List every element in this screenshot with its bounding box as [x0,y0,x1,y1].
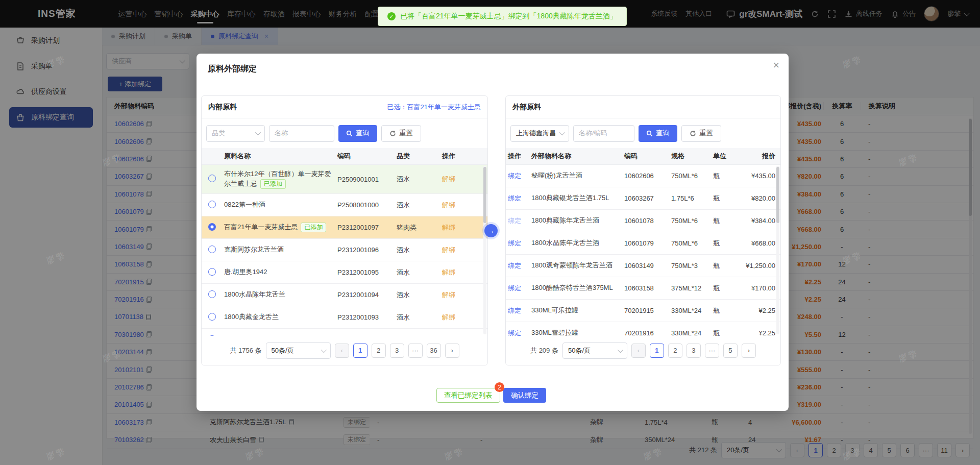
close-icon[interactable]: × [773,60,779,71]
page-button[interactable]: 1 [650,344,664,358]
watermark: 廖擎 [841,249,864,266]
prev-page-button[interactable]: ‹ [631,344,646,358]
page-size-value: 50条/页 [272,346,294,355]
spec-cell: 750ML*3 [669,262,711,270]
chevron-down-icon [255,130,261,135]
page-button[interactable]: 5 [723,344,738,358]
scrollbar[interactable] [776,166,779,334]
prev-page-button[interactable]: ‹ [335,344,349,358]
name-cell: 0822第一种酒 [222,200,335,210]
material-name-cell: 330ML可乐拉罐 [529,306,622,315]
search-button[interactable]: 查询 [338,125,377,142]
radio-button[interactable] [208,175,216,182]
bind-link[interactable]: 绑定 [508,239,521,247]
scrollbar[interactable] [483,166,486,334]
unbind-link[interactable]: 解绑 [442,246,455,254]
reset-button[interactable]: 重置 [381,125,421,142]
spec-cell: 750ML*6 [669,217,711,225]
internal-material-row: 克斯阿苏尔龙舌兰酒P2312001096酒水解绑 [202,239,487,261]
code-cell: P2312001095 [335,268,395,276]
chevron-down-icon [559,130,565,135]
reset-icon [690,130,696,137]
category-select[interactable]: 品类 [206,125,265,142]
material-name-cell: 1800酷酷奈特舌兰酒375ML [529,283,622,293]
column-header: 外部物料名称 [529,152,622,161]
page-button[interactable]: 36 [427,344,441,358]
unbind-link[interactable]: 解绑 [442,224,455,231]
unbind-link[interactable]: 解绑 [442,268,455,276]
watermark: 廖擎 [897,151,920,168]
unbind-link[interactable]: 解绑 [442,201,455,209]
material-name: 百富21年单一麦芽威士忌 [224,223,298,231]
spec-cell: 1.75L*6 [669,194,711,202]
watermark: 廖擎 [443,445,465,462]
page-size-select[interactable]: 50条/页 [562,342,627,359]
radio-button[interactable] [208,313,216,321]
unbind-link[interactable]: 解绑 [442,313,455,321]
page-button[interactable]: 2 [668,344,682,358]
price-cell: ¥1,250.00 [736,262,777,270]
unit-cell: 瓶 [711,261,736,271]
material-name-cell: 1800典藏陈年龙舌兰酒 [529,216,622,226]
category-cell: 猪肉类 [395,223,440,232]
search-button[interactable]: 查询 [639,125,677,142]
material-name: 0822第一种酒 [224,201,265,208]
unit-cell: 瓶 [711,284,736,293]
unbind-link[interactable]: 解绑 [442,291,455,299]
watermark: 廖擎 [44,445,67,462]
material-name: 1800水晶陈年龙舌兰 [224,290,285,298]
code-cell: P2509001001 [335,176,395,183]
bind-link[interactable]: 绑定 [508,284,521,292]
internal-material-row: 0822第一种酒P2508001000酒水解绑 [202,194,487,216]
table-header: 原料名称编码品类操作 [202,148,487,165]
bind-link[interactable]: 绑定 [508,172,521,180]
pagination: 共 209 条50条/页‹123···5› [506,336,780,365]
total-count: 共 209 条 [530,346,558,355]
name-input[interactable]: 名称 [269,125,334,142]
internal-material-row: 唐.胡里奥1942P2312001095酒水解绑 [202,261,487,284]
pagination: 共 1756 条50条/页‹123···36› [202,336,487,365]
spec-cell: 750ML*6 [669,239,711,247]
unit-cell: 瓶 [711,239,736,248]
confirm-binding-button[interactable]: 确认绑定 [503,388,546,403]
more-pages-button[interactable]: ··· [705,344,719,358]
external-material-row: 绑定1800典藏银龙舌兰酒1.75L106032671.75L*6瓶¥820.0… [506,187,780,210]
page-button[interactable]: 3 [687,344,701,358]
next-page-button[interactable]: › [742,344,756,358]
radio-button[interactable] [208,268,216,276]
next-page-button[interactable]: › [445,344,459,358]
more-pages-button[interactable]: ··· [408,344,423,358]
radio-button[interactable] [208,201,216,208]
reset-button[interactable]: 重置 [681,125,721,142]
material-name-cell: 秘曜(粉)龙舌兰酒 [529,171,622,181]
bind-link[interactable]: 绑定 [508,194,521,202]
watermark: 廖擎 [841,445,864,462]
bind-link[interactable]: 绑定 [508,262,521,270]
supplier-select[interactable]: 上海德鑫海昌 [510,125,569,142]
column-header: 编码 [335,152,395,161]
bound-count-badge: 2 [495,382,504,392]
internal-material-row: 1800水晶陈年龙舌兰P2312001094酒水解绑 [202,284,487,306]
unbind-link[interactable]: 解绑 [442,175,455,183]
page-button[interactable]: 3 [390,344,404,358]
radio-button[interactable] [208,290,216,298]
arrow-right-icon[interactable]: → [484,224,498,237]
modal-title: 原料外部绑定 [208,64,257,75]
external-material-row: 绑定330ML可乐拉罐70201915330ML*24瓶¥2.25 [506,300,780,322]
page-size-value: 50条/页 [568,346,591,355]
page-button[interactable]: 1 [353,344,368,358]
page-size-select[interactable]: 50条/页 [266,342,331,359]
external-material-row: 绑定330ML雪碧拉罐70201916330ML*24瓶¥2.25 [506,322,780,337]
column-header: 品类 [395,152,440,161]
radio-button[interactable] [208,223,216,231]
page-button[interactable]: 2 [372,344,386,358]
view-bound-list-button[interactable]: 查看已绑定列表 [436,388,500,403]
internal-material-row: 1800典藏金龙舌兰P2312001093酒水解绑 [202,306,487,329]
bind-link[interactable]: 绑定 [508,307,521,314]
bind-link[interactable]: 绑定 [508,217,521,225]
code-cell: P2312001093 [335,313,395,321]
radio-button[interactable] [208,246,216,253]
watermark: 廖擎 [44,249,67,266]
code-cell: 10603149 [622,262,669,270]
name-code-input[interactable]: 名称/编码 [573,125,634,142]
